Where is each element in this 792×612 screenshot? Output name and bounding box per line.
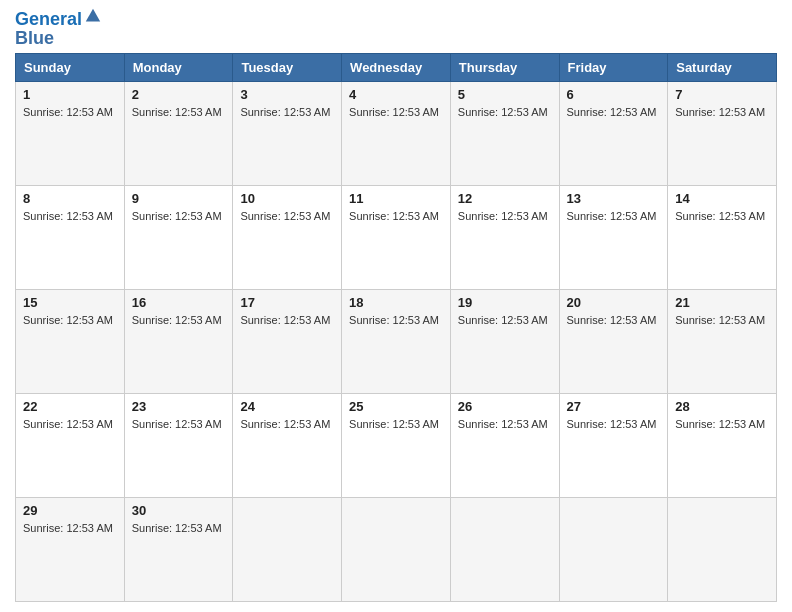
day-number: 28 — [675, 399, 769, 414]
day-number: 10 — [240, 191, 334, 206]
calendar-cell: 8Sunrise: 12:53 AM — [16, 185, 125, 289]
calendar-cell: 3Sunrise: 12:53 AM — [233, 81, 342, 185]
day-number: 20 — [567, 295, 661, 310]
day-info: Sunrise: 12:53 AM — [349, 314, 439, 326]
day-number: 1 — [23, 87, 117, 102]
calendar-cell: 27Sunrise: 12:53 AM — [559, 393, 668, 497]
day-header-row: Sunday Monday Tuesday Wednesday Thursday… — [16, 53, 777, 81]
day-info: Sunrise: 12:53 AM — [23, 314, 113, 326]
day-number: 30 — [132, 503, 226, 518]
col-saturday: Saturday — [668, 53, 777, 81]
calendar-week-4: 22Sunrise: 12:53 AM23Sunrise: 12:53 AM24… — [16, 393, 777, 497]
day-info: Sunrise: 12:53 AM — [675, 314, 765, 326]
header: General Blue — [15, 10, 777, 49]
day-number: 19 — [458, 295, 552, 310]
day-info: Sunrise: 12:53 AM — [567, 314, 657, 326]
calendar-week-1: 1Sunrise: 12:53 AM2Sunrise: 12:53 AM3Sun… — [16, 81, 777, 185]
calendar-cell: 29Sunrise: 12:53 AM — [16, 497, 125, 601]
day-info: Sunrise: 12:53 AM — [23, 418, 113, 430]
day-info: Sunrise: 12:53 AM — [132, 106, 222, 118]
calendar-cell: 19Sunrise: 12:53 AM — [450, 289, 559, 393]
calendar-cell: 4Sunrise: 12:53 AM — [342, 81, 451, 185]
calendar-cell: 16Sunrise: 12:53 AM — [124, 289, 233, 393]
calendar: Sunday Monday Tuesday Wednesday Thursday… — [15, 53, 777, 602]
calendar-cell: 22Sunrise: 12:53 AM — [16, 393, 125, 497]
calendar-cell: 13Sunrise: 12:53 AM — [559, 185, 668, 289]
logo: General Blue — [15, 10, 102, 49]
day-number: 14 — [675, 191, 769, 206]
calendar-week-2: 8Sunrise: 12:53 AM9Sunrise: 12:53 AM10Su… — [16, 185, 777, 289]
day-number: 24 — [240, 399, 334, 414]
day-info: Sunrise: 12:53 AM — [567, 210, 657, 222]
col-friday: Friday — [559, 53, 668, 81]
day-info: Sunrise: 12:53 AM — [458, 106, 548, 118]
calendar-cell — [342, 497, 451, 601]
day-number: 7 — [675, 87, 769, 102]
day-number: 13 — [567, 191, 661, 206]
day-info: Sunrise: 12:53 AM — [240, 314, 330, 326]
calendar-cell: 5Sunrise: 12:53 AM — [450, 81, 559, 185]
calendar-cell: 1Sunrise: 12:53 AM — [16, 81, 125, 185]
col-wednesday: Wednesday — [342, 53, 451, 81]
col-sunday: Sunday — [16, 53, 125, 81]
day-info: Sunrise: 12:53 AM — [458, 418, 548, 430]
day-number: 9 — [132, 191, 226, 206]
calendar-cell: 12Sunrise: 12:53 AM — [450, 185, 559, 289]
day-info: Sunrise: 12:53 AM — [349, 210, 439, 222]
day-number: 29 — [23, 503, 117, 518]
day-info: Sunrise: 12:53 AM — [349, 418, 439, 430]
calendar-cell: 2Sunrise: 12:53 AM — [124, 81, 233, 185]
calendar-cell: 25Sunrise: 12:53 AM — [342, 393, 451, 497]
day-info: Sunrise: 12:53 AM — [23, 210, 113, 222]
calendar-cell: 10Sunrise: 12:53 AM — [233, 185, 342, 289]
day-info: Sunrise: 12:53 AM — [132, 418, 222, 430]
day-number: 11 — [349, 191, 443, 206]
day-info: Sunrise: 12:53 AM — [567, 106, 657, 118]
calendar-cell: 9Sunrise: 12:53 AM — [124, 185, 233, 289]
calendar-cell: 24Sunrise: 12:53 AM — [233, 393, 342, 497]
day-info: Sunrise: 12:53 AM — [458, 210, 548, 222]
calendar-cell: 17Sunrise: 12:53 AM — [233, 289, 342, 393]
day-number: 3 — [240, 87, 334, 102]
calendar-cell: 18Sunrise: 12:53 AM — [342, 289, 451, 393]
day-info: Sunrise: 12:53 AM — [240, 106, 330, 118]
calendar-cell — [233, 497, 342, 601]
day-info: Sunrise: 12:53 AM — [458, 314, 548, 326]
day-number: 23 — [132, 399, 226, 414]
day-number: 6 — [567, 87, 661, 102]
day-info: Sunrise: 12:53 AM — [132, 210, 222, 222]
calendar-cell: 26Sunrise: 12:53 AM — [450, 393, 559, 497]
calendar-cell: 20Sunrise: 12:53 AM — [559, 289, 668, 393]
logo-text: General — [15, 10, 82, 30]
calendar-week-3: 15Sunrise: 12:53 AM16Sunrise: 12:53 AM17… — [16, 289, 777, 393]
calendar-cell: 11Sunrise: 12:53 AM — [342, 185, 451, 289]
calendar-cell: 7Sunrise: 12:53 AM — [668, 81, 777, 185]
svg-marker-0 — [86, 9, 100, 22]
day-number: 12 — [458, 191, 552, 206]
day-number: 22 — [23, 399, 117, 414]
day-number: 4 — [349, 87, 443, 102]
calendar-cell — [559, 497, 668, 601]
day-number: 2 — [132, 87, 226, 102]
day-info: Sunrise: 12:53 AM — [240, 210, 330, 222]
calendar-cell: 21Sunrise: 12:53 AM — [668, 289, 777, 393]
day-info: Sunrise: 12:53 AM — [132, 314, 222, 326]
day-info: Sunrise: 12:53 AM — [349, 106, 439, 118]
calendar-cell: 23Sunrise: 12:53 AM — [124, 393, 233, 497]
col-monday: Monday — [124, 53, 233, 81]
calendar-week-5: 29Sunrise: 12:53 AM30Sunrise: 12:53 AM — [16, 497, 777, 601]
col-thursday: Thursday — [450, 53, 559, 81]
calendar-cell: 15Sunrise: 12:53 AM — [16, 289, 125, 393]
day-info: Sunrise: 12:53 AM — [240, 418, 330, 430]
calendar-cell — [450, 497, 559, 601]
day-number: 5 — [458, 87, 552, 102]
calendar-cell: 6Sunrise: 12:53 AM — [559, 81, 668, 185]
day-info: Sunrise: 12:53 AM — [675, 210, 765, 222]
day-info: Sunrise: 12:53 AM — [675, 418, 765, 430]
logo-icon — [84, 7, 102, 25]
day-info: Sunrise: 12:53 AM — [567, 418, 657, 430]
page: General Blue Sunday Monday Tuesday Wedne… — [0, 0, 792, 612]
day-number: 8 — [23, 191, 117, 206]
calendar-cell: 14Sunrise: 12:53 AM — [668, 185, 777, 289]
col-tuesday: Tuesday — [233, 53, 342, 81]
